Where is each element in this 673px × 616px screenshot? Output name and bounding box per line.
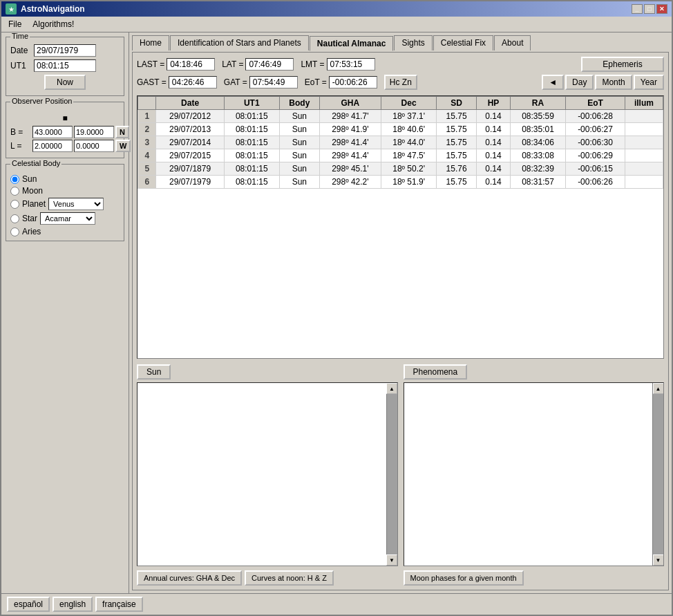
- francaise-button[interactable]: française: [95, 597, 143, 612]
- col-num: [138, 97, 156, 110]
- ut1-label: UT1: [10, 61, 31, 71]
- phenomena-scrollbar: ▲ ▼: [652, 383, 663, 566]
- l-input1[interactable]: [32, 140, 73, 152]
- sun-radio[interactable]: [10, 175, 19, 184]
- date-row: Date: [10, 44, 120, 57]
- aries-radio[interactable]: [10, 227, 19, 236]
- title-bar: ★ AstroNavigation _ □ ✕: [1, 1, 672, 17]
- data-table-container: Date UT1 Body GHA Dec SD HP RA EoT illum: [137, 95, 664, 359]
- phenomena-scroll-down[interactable]: ▼: [653, 554, 664, 566]
- sun-radio-label: Sun: [22, 174, 37, 184]
- nav-back-button[interactable]: ◄: [542, 75, 564, 90]
- sun-scroll-down[interactable]: ▼: [386, 554, 397, 566]
- tab-nautical[interactable]: Nautical Almanac: [310, 36, 394, 51]
- moon-phases-button[interactable]: Moon phases for a given month: [404, 570, 524, 586]
- planet-radio[interactable]: [10, 200, 19, 209]
- menu-bar: File Algorithms!: [1, 17, 672, 32]
- tab-identification[interactable]: Identification of Stars and Planets: [170, 35, 309, 50]
- gat-label: GAT =: [224, 77, 247, 87]
- table-row: 629/07/197908:01:15Sun298º 42.2'18º 51.9…: [138, 176, 663, 189]
- gat-value: 07:54:49: [249, 76, 298, 88]
- col-hp: HP: [477, 97, 511, 110]
- phenomena-scroll-up[interactable]: ▲: [653, 383, 664, 394]
- tab-home[interactable]: Home: [132, 35, 169, 50]
- ephemeris-button[interactable]: Ephemeris: [581, 57, 664, 72]
- english-button[interactable]: english: [53, 597, 93, 612]
- observer-group-title: Observer Position: [10, 97, 73, 105]
- table-header-row: Date UT1 Body GHA Dec SD HP RA EoT illum: [138, 97, 663, 110]
- col-sd: SD: [437, 97, 477, 110]
- curves-noon-button[interactable]: Curves at noon: H & Z: [245, 570, 334, 586]
- annual-curves-button[interactable]: Annual curves: GHA & Dec: [137, 570, 242, 586]
- observer-group: Observer Position ■ B = N L =: [6, 102, 124, 158]
- eot-item: EoT = -00:06:26: [305, 76, 377, 88]
- star-radio[interactable]: [10, 214, 19, 223]
- title-bar-left: ★ AstroNavigation: [6, 3, 85, 15]
- moon-radio-row: Moon: [10, 186, 120, 196]
- file-menu[interactable]: File: [4, 18, 26, 30]
- left-panel: Time Date UT1 Now Observ: [1, 32, 129, 593]
- lmt-item: LMT = 07:53:15: [301, 58, 375, 71]
- phenomena-scroll-track: [653, 394, 663, 554]
- close-button[interactable]: ✕: [656, 4, 667, 14]
- maximize-button[interactable]: □: [644, 4, 655, 14]
- gast-value: 04:26:46: [169, 76, 217, 88]
- b-row: B = N: [10, 126, 120, 138]
- l-dir-button[interactable]: W: [115, 140, 131, 152]
- star-radio-label: Star: [22, 214, 37, 223]
- b-input2[interactable]: [74, 126, 114, 138]
- l-input2[interactable]: [74, 140, 114, 152]
- tab-sights[interactable]: Sights: [394, 35, 432, 50]
- b-dir-button[interactable]: N: [115, 126, 129, 138]
- phenomena-bottom-buttons: Moon phases for a given month: [404, 570, 665, 586]
- date-input[interactable]: [34, 44, 96, 57]
- tab-celestial-fix[interactable]: Celestial Fix: [433, 35, 493, 50]
- phenomena-button[interactable]: Phenomena: [404, 364, 468, 380]
- hc-zn-button[interactable]: Hc Zn: [384, 75, 417, 90]
- bottom-section: Sun ▲ ▼ Annual curves: GHA & Dec Curves …: [137, 364, 664, 586]
- ut1-input[interactable]: [34, 59, 96, 72]
- lat-value: 07:46:49: [245, 58, 294, 71]
- col-ra: RA: [510, 97, 565, 110]
- info-row-1: LAST = 04:18:46 LAT = 07:46:49 LMT = 07:…: [137, 57, 664, 72]
- aries-radio-row: Aries: [10, 227, 120, 236]
- star-dropdown[interactable]: Acamar Achernar Acrux Adhara Aldebaran: [40, 212, 95, 225]
- last-label: LAST =: [137, 59, 164, 69]
- nav-year-button[interactable]: Year: [634, 75, 664, 90]
- sun-bottom-buttons: Annual curves: GHA & Dec Curves at noon:…: [137, 570, 398, 586]
- time-group: Time Date UT1 Now: [6, 37, 124, 96]
- nav-day-button[interactable]: Day: [565, 75, 594, 90]
- moon-radio[interactable]: [10, 187, 19, 196]
- language-bar: español english française: [1, 593, 672, 615]
- table-row: 529/07/187908:01:15Sun298º 45.1'18º 50.2…: [138, 162, 663, 176]
- algorithms-menu[interactable]: Algorithms!: [28, 18, 78, 30]
- phenomena-area: ▲ ▼: [404, 382, 665, 566]
- data-table: Date UT1 Body GHA Dec SD HP RA EoT illum: [138, 96, 663, 189]
- gast-label: GAST =: [137, 77, 167, 87]
- table-row: 429/07/201508:01:15Sun298º 41.4'18º 47.5…: [138, 149, 663, 162]
- espanol-button[interactable]: español: [7, 597, 50, 612]
- tab-about[interactable]: About: [494, 35, 531, 50]
- last-item: LAST = 04:18:46: [137, 58, 215, 71]
- right-panel: Home Identification of Stars and Planets…: [129, 32, 672, 593]
- body-group-title: Celestial Body: [10, 159, 61, 167]
- planet-dropdown[interactable]: Venus Mars Jupiter Saturn Mercury: [48, 198, 104, 210]
- last-value: 04:18:46: [167, 58, 215, 71]
- lat-item: LAT = 07:46:49: [222, 58, 294, 71]
- col-gha: GHA: [319, 97, 381, 110]
- celestial-body-group: Celestial Body Sun Moon Planet Ven: [6, 164, 124, 241]
- sun-button[interactable]: Sun: [137, 364, 171, 380]
- star-radio-row: Star Acamar Achernar Acrux Adhara Aldeba…: [10, 212, 120, 225]
- col-illum: illum: [625, 97, 663, 110]
- ut1-row: UT1: [10, 59, 120, 72]
- gat-item: GAT = 07:54:49: [224, 76, 298, 88]
- b-input1[interactable]: [32, 126, 73, 138]
- col-ut1: UT1: [224, 97, 279, 110]
- now-button[interactable]: Now: [44, 75, 86, 90]
- sun-scroll-track: [387, 394, 397, 554]
- minimize-button[interactable]: _: [632, 4, 643, 14]
- nav-month-button[interactable]: Month: [595, 75, 632, 90]
- l-label: L =: [10, 141, 31, 151]
- phenomena-panel: Phenomena ▲ ▼ Moon phases for a given mo…: [404, 364, 665, 586]
- sun-scroll-up[interactable]: ▲: [386, 383, 397, 394]
